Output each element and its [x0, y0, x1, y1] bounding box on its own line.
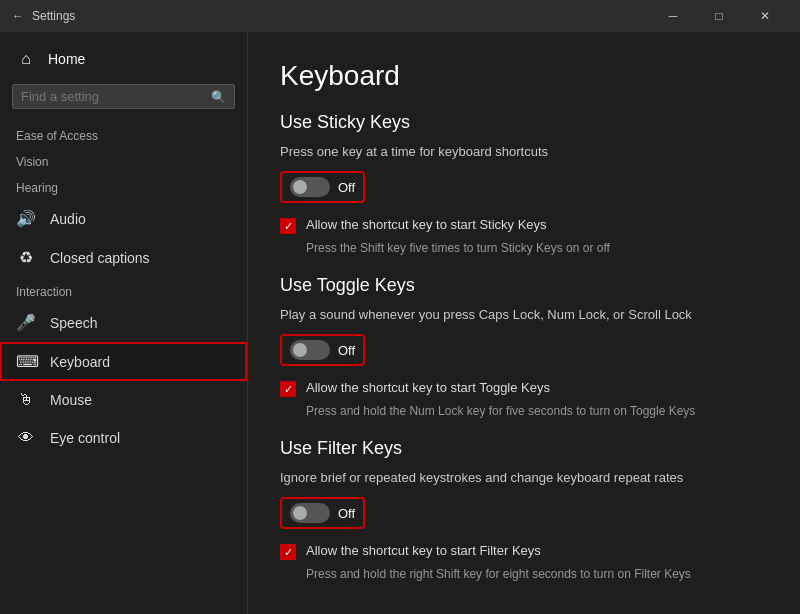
vision-section-label: Vision: [0, 147, 247, 173]
sidebar-closed-captions-label: Closed captions: [50, 250, 150, 266]
toggle-keys-toggle-row: Off: [280, 334, 768, 366]
search-input[interactable]: [21, 89, 211, 104]
audio-icon: 🔊: [16, 209, 36, 228]
filter-keys-knob: [293, 506, 307, 520]
minimize-button[interactable]: ─: [650, 0, 696, 32]
back-icon[interactable]: ←: [12, 9, 24, 23]
sidebar: ⌂ Home 🔍 Ease of Access Vision Hearing 🔊…: [0, 32, 248, 614]
sticky-keys-knob: [293, 180, 307, 194]
toggle-keys-toggle[interactable]: Off: [280, 334, 365, 366]
filter-keys-checkbox[interactable]: ✓: [280, 544, 296, 560]
sticky-keys-checkbox-subtext: Press the Shift key five times to turn S…: [306, 240, 768, 257]
filter-keys-switch[interactable]: [290, 503, 330, 523]
search-icon: 🔍: [211, 90, 226, 104]
sidebar-speech-label: Speech: [50, 315, 97, 331]
toggle-keys-switch[interactable]: [290, 340, 330, 360]
toggle-keys-checkbox-row: ✓ Allow the shortcut key to start Toggle…: [280, 380, 768, 397]
sidebar-keyboard-label: Keyboard: [50, 354, 110, 370]
sticky-keys-title: Use Sticky Keys: [280, 112, 768, 133]
content-area: Keyboard Use Sticky Keys Press one key a…: [248, 32, 800, 614]
toggle-keys-checkbox-subtext: Press and hold the Num Lock key for five…: [306, 403, 768, 420]
toggle-keys-description: Play a sound whenever you press Caps Loc…: [280, 306, 768, 324]
sidebar-eye-control-label: Eye control: [50, 430, 120, 446]
filter-keys-title: Use Filter Keys: [280, 438, 768, 459]
filter-keys-checkbox-label: Allow the shortcut key to start Filter K…: [306, 543, 541, 558]
sticky-keys-checkbox-label: Allow the shortcut key to start Sticky K…: [306, 217, 547, 232]
filter-keys-checkbox-row: ✓ Allow the shortcut key to start Filter…: [280, 543, 768, 560]
titlebar-left: ← Settings: [12, 9, 75, 23]
filter-keys-description: Ignore brief or repeated keystrokes and …: [280, 469, 768, 487]
maximize-button[interactable]: □: [696, 0, 742, 32]
mouse-icon: 🖰: [16, 391, 36, 409]
ease-of-access-section-label: Ease of Access: [0, 121, 247, 147]
filter-keys-toggle-row: Off: [280, 497, 768, 529]
sticky-keys-toggle-label: Off: [338, 180, 355, 195]
sidebar-item-keyboard[interactable]: ⌨ Keyboard: [0, 342, 247, 381]
titlebar-controls: ─ □ ✕: [650, 0, 788, 32]
sticky-keys-toggle[interactable]: Off: [280, 171, 365, 203]
filter-keys-checkbox-subtext: Press and hold the right Shift key for e…: [306, 566, 768, 583]
interaction-section-label: Interaction: [0, 277, 247, 303]
filter-keys-toggle-label: Off: [338, 506, 355, 521]
titlebar-title: Settings: [32, 9, 75, 23]
keyboard-icon: ⌨: [16, 352, 36, 371]
speech-icon: 🎤: [16, 313, 36, 332]
titlebar: ← Settings ─ □ ✕: [0, 0, 800, 32]
toggle-keys-toggle-label: Off: [338, 343, 355, 358]
sidebar-item-closed-captions[interactable]: ♻ Closed captions: [0, 238, 247, 277]
sidebar-home-label: Home: [48, 51, 85, 67]
toggle-keys-title: Use Toggle Keys: [280, 275, 768, 296]
sticky-keys-checkbox-row: ✓ Allow the shortcut key to start Sticky…: [280, 217, 768, 234]
sidebar-item-home[interactable]: ⌂ Home: [0, 40, 247, 78]
sticky-keys-switch[interactable]: [290, 177, 330, 197]
sidebar-item-mouse[interactable]: 🖰 Mouse: [0, 381, 247, 419]
sidebar-audio-label: Audio: [50, 211, 86, 227]
sidebar-item-eye-control[interactable]: 👁 Eye control: [0, 419, 247, 457]
close-button[interactable]: ✕: [742, 0, 788, 32]
hearing-section-label: Hearing: [0, 173, 247, 199]
home-icon: ⌂: [16, 50, 36, 68]
closed-captions-icon: ♻: [16, 248, 36, 267]
main-layout: ⌂ Home 🔍 Ease of Access Vision Hearing 🔊…: [0, 32, 800, 614]
sticky-keys-checkbox[interactable]: ✓: [280, 218, 296, 234]
filter-keys-toggle[interactable]: Off: [280, 497, 365, 529]
toggle-keys-checkbox-label: Allow the shortcut key to start Toggle K…: [306, 380, 550, 395]
eye-control-icon: 👁: [16, 429, 36, 447]
toggle-keys-knob: [293, 343, 307, 357]
sidebar-search[interactable]: 🔍: [12, 84, 235, 109]
sidebar-item-audio[interactable]: 🔊 Audio: [0, 199, 247, 238]
sticky-keys-description: Press one key at a time for keyboard sho…: [280, 143, 768, 161]
sidebar-item-speech[interactable]: 🎤 Speech: [0, 303, 247, 342]
toggle-keys-checkbox[interactable]: ✓: [280, 381, 296, 397]
page-title: Keyboard: [280, 60, 768, 92]
sticky-keys-toggle-row: Off: [280, 171, 768, 203]
sidebar-mouse-label: Mouse: [50, 392, 92, 408]
